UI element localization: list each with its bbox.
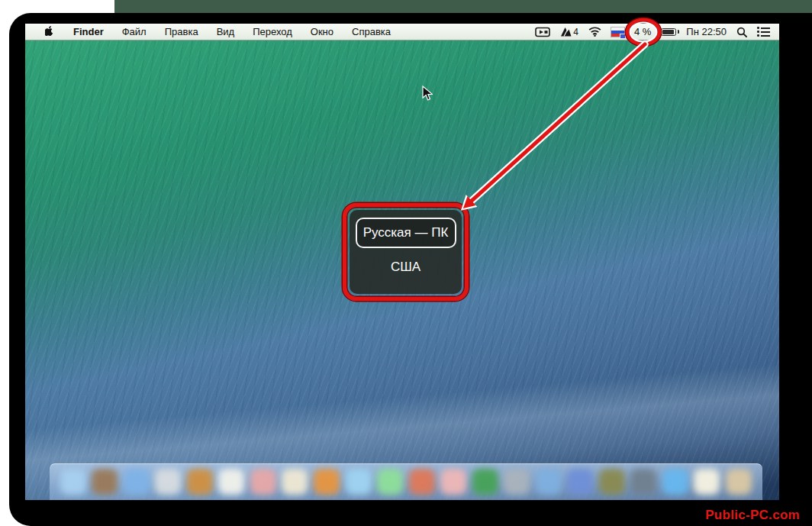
dock-app-icon[interactable] — [440, 469, 466, 495]
video-camera-icon — [535, 27, 550, 37]
menu-go[interactable]: Переход — [253, 26, 292, 37]
hud-layout-other[interactable]: США — [350, 260, 462, 275]
watermark: Public-PC.com — [705, 508, 800, 523]
dock-app-icon[interactable] — [187, 469, 213, 495]
dock-app-icon[interactable] — [155, 469, 181, 495]
hud-layout-selected[interactable]: Русская — ПК — [356, 218, 456, 248]
dock-app-icon[interactable] — [567, 469, 593, 495]
dock-app-icon[interactable] — [314, 469, 340, 495]
app-indicator-menu[interactable]: 4 — [560, 27, 578, 37]
dock-app-icon[interactable] — [472, 469, 498, 495]
clock: Пн 22:50 — [686, 26, 727, 37]
battery-icon — [661, 28, 676, 36]
dock-app-icon[interactable] — [694, 469, 720, 495]
menu-finder[interactable]: Finder — [73, 26, 104, 37]
wifi-icon — [588, 27, 601, 37]
search-icon — [736, 27, 747, 37]
dock-app-icon[interactable] — [377, 469, 403, 495]
dock-app-icon[interactable] — [726, 469, 752, 495]
dock-app-icon[interactable] — [346, 469, 372, 495]
apple-icon — [45, 26, 55, 37]
dock-app-icon[interactable] — [218, 469, 244, 495]
dock-app-icon[interactable] — [504, 469, 530, 495]
menu-bar-status: 4 4 % — [535, 26, 779, 37]
input-switcher-hud: Русская — ПК США — [350, 210, 462, 294]
dock-app-icon[interactable] — [599, 469, 625, 495]
dock-app-icon[interactable] — [124, 469, 150, 495]
mountain-icon — [560, 27, 572, 37]
menu-edit[interactable]: Правка — [165, 26, 198, 37]
battery-percent: 4 % — [634, 26, 651, 37]
dock-app-icon[interactable] — [630, 469, 656, 495]
spotlight-menu[interactable] — [736, 27, 747, 37]
dock-app-icon[interactable] — [250, 469, 276, 495]
menu-bar: Finder Файл Правка Вид Переход Окно Спра… — [25, 24, 779, 40]
wifi-menu[interactable] — [588, 27, 601, 37]
dock-app-icon[interactable] — [92, 469, 118, 495]
menu-bar-left: Finder Файл Правка Вид Переход Окно Спра… — [25, 26, 535, 37]
russian-flag-icon — [611, 27, 624, 37]
menu-view[interactable]: Вид — [217, 26, 235, 37]
dock-app-icon[interactable] — [662, 469, 688, 495]
menu-help[interactable]: Справка — [352, 26, 391, 37]
dock-app-icon[interactable] — [409, 469, 435, 495]
battery-menu[interactable] — [661, 28, 676, 36]
dock-icons — [50, 463, 762, 500]
background-strip — [114, 0, 812, 13]
dock-app-icon[interactable] — [282, 469, 308, 495]
input-source-menu[interactable] — [611, 27, 624, 37]
pc-layout-badge — [620, 34, 626, 39]
menu-window[interactable]: Окно — [311, 26, 334, 37]
notification-center-menu[interactable] — [757, 27, 770, 37]
screen-record-menu[interactable] — [535, 27, 550, 37]
menu-file[interactable]: Файл — [122, 26, 147, 37]
dock-app-icon[interactable] — [60, 469, 86, 495]
page: Finder Файл Правка Вид Переход Окно Спра… — [0, 0, 812, 526]
app-badge-count: 4 — [573, 27, 578, 37]
mac-desktop: Finder Файл Правка Вид Переход Окно Спра… — [25, 24, 779, 500]
apple-menu[interactable] — [45, 26, 55, 37]
dock-app-icon[interactable] — [536, 469, 562, 495]
